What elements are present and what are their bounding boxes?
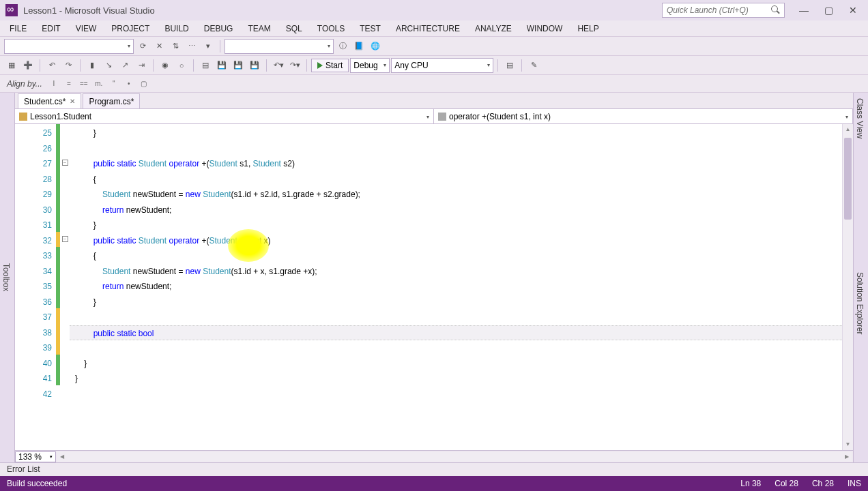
- menu-build[interactable]: BUILD: [158, 21, 195, 36]
- fold-icon[interactable]: −: [62, 160, 68, 166]
- file-tab-student[interactable]: Student.cs* ✕: [18, 93, 81, 108]
- zoom-dropdown[interactable]: 133 %: [15, 451, 56, 462]
- redo-icon[interactable]: ↷▾: [287, 58, 302, 73]
- separator: [306, 59, 307, 72]
- step-icon-3[interactable]: ⇥: [134, 58, 149, 73]
- play-icon: [317, 62, 323, 69]
- misc-icon-1[interactable]: ▤: [502, 58, 517, 73]
- align-ic-5[interactable]: ": [108, 78, 120, 90]
- vertical-scrollbar[interactable]: ▲ ▼: [842, 124, 853, 450]
- scroll-up-icon[interactable]: ▲: [843, 124, 853, 135]
- separator: [266, 59, 267, 72]
- scroll-right-icon[interactable]: ▶: [842, 452, 852, 462]
- toolbar-dropdown-1[interactable]: [4, 39, 134, 54]
- file-tab-label: Program.cs*: [89, 97, 134, 106]
- add-item-icon[interactable]: ➕: [20, 58, 35, 73]
- step-icon-1[interactable]: ↘: [101, 58, 116, 73]
- align-ic-6[interactable]: •: [123, 78, 135, 90]
- toolbox-tab[interactable]: Toolbox: [0, 93, 15, 462]
- config-dropdown[interactable]: Debug: [350, 58, 390, 73]
- toolbar-dropdown-2[interactable]: [225, 39, 334, 54]
- platform-dropdown[interactable]: Any CPU: [391, 58, 493, 73]
- file-tab-program[interactable]: Program.cs*: [83, 93, 140, 108]
- title-bar: Lesson1 - Microsoft Visual Studio — ▢ ✕: [0, 0, 868, 20]
- menu-architecture[interactable]: ARCHITECTURE: [389, 21, 467, 36]
- undo-icon[interactable]: ↶▾: [271, 58, 286, 73]
- info-icon[interactable]: ⓘ: [335, 39, 350, 54]
- align-ic-3[interactable]: ==: [78, 78, 90, 90]
- tb-icon-5[interactable]: ▾: [201, 39, 216, 54]
- solution-explorer-tab[interactable]: Solution Explorer: [853, 144, 868, 462]
- toolbar-2: ▦ ➕ ↶ ↷ ▮ ↘ ↗ ⇥ ◉ ○ ▤ 💾 💾 💾 ↶▾ ↷▾ Start …: [0, 56, 868, 75]
- pause-icon[interactable]: ▮: [85, 58, 100, 73]
- code-lines[interactable]: } public static Student operator +(Stude…: [70, 124, 853, 450]
- menu-edit[interactable]: EDIT: [35, 21, 67, 36]
- align-ic-7[interactable]: ▢: [138, 78, 150, 90]
- menu-analyze[interactable]: ANALYZE: [468, 21, 519, 36]
- menu-team[interactable]: TEAM: [241, 21, 277, 36]
- tb-icon-3[interactable]: ⇅: [168, 39, 183, 54]
- class-icon: [19, 113, 27, 121]
- maximize-button[interactable]: ▢: [819, 3, 838, 18]
- code-editor[interactable]: 252627282930313233343536373839404142 −− …: [15, 124, 853, 450]
- nav-fwd-icon[interactable]: ↷: [61, 58, 76, 73]
- nav-icon-1[interactable]: ◉: [158, 58, 173, 73]
- menu-help[interactable]: HELP: [570, 21, 605, 36]
- menu-tools[interactable]: TOOLS: [310, 21, 351, 36]
- vs-logo-icon: [5, 4, 18, 16]
- menu-file[interactable]: FILE: [3, 21, 33, 36]
- separator: [153, 59, 154, 72]
- menu-debug[interactable]: DEBUG: [197, 21, 240, 36]
- new-item-icon[interactable]: ▦: [4, 58, 19, 73]
- minimize-button[interactable]: —: [794, 3, 813, 18]
- menu-project[interactable]: PROJECT: [104, 21, 156, 36]
- align-ic-1[interactable]: I: [48, 78, 60, 90]
- doc-icon[interactable]: ▤: [198, 58, 213, 73]
- menu-test[interactable]: TEST: [353, 21, 388, 36]
- save-as-icon[interactable]: 💾: [247, 58, 262, 73]
- nav-icon-2[interactable]: ○: [174, 58, 189, 73]
- close-button[interactable]: ✕: [843, 3, 863, 18]
- close-icon[interactable]: ✕: [70, 98, 75, 105]
- editor-wrap: Student.cs* ✕ Program.cs* Lesson1.Studen…: [15, 93, 853, 462]
- save-all-icon[interactable]: 💾: [231, 58, 246, 73]
- menu-view[interactable]: VIEW: [69, 21, 104, 36]
- start-label: Start: [326, 61, 343, 70]
- line-gutter: 252627282930313233343536373839404142: [15, 124, 56, 450]
- menu-sql[interactable]: SQL: [279, 21, 309, 36]
- scroll-thumb[interactable]: [844, 138, 852, 220]
- align-by-label[interactable]: Align by...: [4, 79, 45, 89]
- tb-icon-4[interactable]: ⋯: [184, 39, 199, 54]
- separator: [497, 59, 498, 72]
- quick-launch-input[interactable]: [662, 3, 785, 18]
- member-dropdown[interactable]: operator +(Student s1, int x): [434, 109, 853, 124]
- align-ic-2[interactable]: =: [63, 78, 75, 90]
- align-toolbar: Align by... I = == m. " • ▢: [0, 75, 868, 93]
- start-button[interactable]: Start: [311, 59, 349, 72]
- quick-launch: — ▢ ✕: [662, 3, 863, 18]
- status-col: Col 28: [775, 479, 798, 488]
- nav-row: Lesson1.Student operator +(Student s1, i…: [15, 109, 853, 124]
- nav-back-icon[interactable]: ↶: [44, 58, 59, 73]
- search-icon: [771, 5, 781, 15]
- fold-icon[interactable]: −: [62, 236, 68, 242]
- tb-icon-1[interactable]: ⟳: [135, 39, 150, 54]
- menu-window[interactable]: WINDOW: [520, 21, 570, 36]
- globe-icon[interactable]: 🌐: [368, 39, 383, 54]
- horizontal-scrollbar[interactable]: ◀ ▶: [57, 452, 852, 462]
- class-view-tab[interactable]: Class View: [853, 93, 868, 144]
- step-icon-2[interactable]: ↗: [117, 58, 132, 73]
- book-icon[interactable]: 📘: [351, 39, 366, 54]
- error-list-tab[interactable]: Error List: [0, 462, 868, 476]
- separator: [40, 59, 40, 72]
- status-build: Build succeeded: [7, 479, 67, 488]
- class-dropdown[interactable]: Lesson1.Student: [15, 109, 434, 124]
- align-ic-4[interactable]: m.: [93, 78, 105, 90]
- misc-icon-2[interactable]: ✎: [526, 58, 541, 73]
- scroll-down-icon[interactable]: ▼: [843, 439, 853, 450]
- save-icon[interactable]: 💾: [214, 58, 229, 73]
- tb-icon-2[interactable]: ✕: [151, 39, 167, 54]
- toolbar-1: ⟳ ✕ ⇅ ⋯ ▾ ⓘ 📘 🌐: [0, 37, 868, 56]
- scroll-left-icon[interactable]: ◀: [57, 452, 67, 462]
- menu-bar: FILE EDIT VIEW PROJECT BUILD DEBUG TEAM …: [0, 20, 868, 37]
